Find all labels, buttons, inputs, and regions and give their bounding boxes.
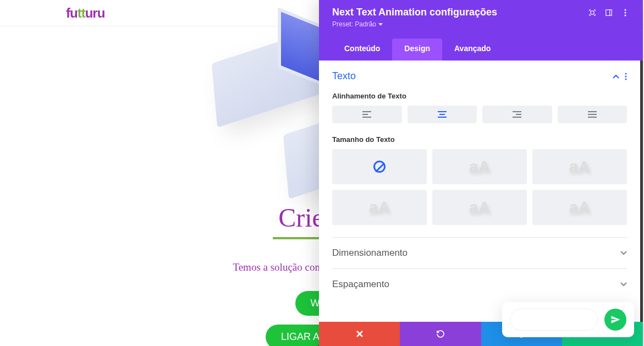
size-thumb: aA <box>469 198 490 217</box>
panel-title: Next Text Animation configurações <box>332 7 497 18</box>
section-title: Texto <box>332 70 356 82</box>
tab-advanced[interactable]: Avançado <box>442 39 503 61</box>
size-option-button[interactable]: aA <box>532 190 627 225</box>
logo-text: fu <box>66 6 78 20</box>
expand-icon[interactable] <box>588 8 597 17</box>
svg-rect-18 <box>588 111 597 112</box>
align-center-button[interactable] <box>408 106 477 123</box>
svg-point-4 <box>625 12 626 13</box>
section-more-icon[interactable] <box>625 73 627 80</box>
size-option-button[interactable]: aA <box>332 190 427 225</box>
svg-point-5 <box>625 14 626 16</box>
section-sizing[interactable]: Dimensionamento <box>332 237 627 268</box>
size-option-button[interactable]: aA <box>532 149 627 184</box>
svg-rect-14 <box>438 117 447 118</box>
size-thumb: aA <box>369 198 390 217</box>
size-thumb: aA <box>569 157 590 176</box>
align-left-button[interactable] <box>332 106 402 123</box>
svg-rect-1 <box>606 9 612 15</box>
svg-rect-17 <box>513 117 521 118</box>
logo-text: tt <box>78 6 85 20</box>
svg-rect-10 <box>362 114 368 115</box>
close-icon <box>356 331 363 337</box>
chat-send-button[interactable] <box>604 309 626 331</box>
align-row <box>332 106 627 123</box>
tab-design[interactable]: Design <box>392 39 442 61</box>
svg-rect-12 <box>438 111 447 112</box>
tab-content[interactable]: Conteúdo <box>332 39 392 61</box>
chevron-down-icon <box>620 251 627 255</box>
section-header-text[interactable]: Texto <box>332 70 627 82</box>
size-option-button[interactable]: aA <box>432 190 527 225</box>
field-label-size: Tamanho do Texto <box>332 135 627 144</box>
panel-body: Texto Alinhamento de Texto Tamanho do Te… <box>319 61 643 322</box>
undo-icon <box>436 329 445 338</box>
svg-rect-13 <box>439 114 445 115</box>
size-option-button[interactable]: aA <box>432 149 527 184</box>
undo-button[interactable] <box>400 322 481 346</box>
size-none-button[interactable] <box>332 149 427 184</box>
chevron-up-icon[interactable] <box>613 74 619 79</box>
panel-header: Next Text Animation configurações Preset… <box>319 0 643 61</box>
close-button[interactable] <box>319 322 400 346</box>
align-justify-button[interactable] <box>558 106 628 123</box>
svg-rect-15 <box>513 111 521 112</box>
field-label-alignment: Alinhamento de Texto <box>332 92 627 100</box>
svg-point-3 <box>625 9 626 10</box>
svg-rect-20 <box>588 117 597 118</box>
align-justify-icon <box>588 111 597 118</box>
svg-point-8 <box>625 78 627 80</box>
chevron-down-icon <box>620 282 627 287</box>
more-icon[interactable] <box>621 8 630 17</box>
size-thumb: aA <box>569 198 590 217</box>
preset-dropdown[interactable]: Preset: Padrão <box>332 20 383 28</box>
chat-widget <box>502 302 634 337</box>
svg-rect-9 <box>362 111 371 112</box>
section-spacing[interactable]: Espaçamento <box>332 268 627 300</box>
panel-tabs: Conteúdo Design Avançado <box>332 39 630 61</box>
settings-panel: Next Text Animation configurações Preset… <box>319 0 643 346</box>
svg-rect-16 <box>516 114 521 115</box>
layout-icon[interactable] <box>604 8 613 17</box>
logo[interactable]: futturu <box>66 6 104 21</box>
section-title: Dimensionamento <box>332 248 408 259</box>
chevron-down-icon <box>378 23 383 26</box>
preset-label: Preset: Padrão <box>332 20 376 28</box>
chat-input[interactable] <box>510 309 598 331</box>
align-center-icon <box>438 111 447 118</box>
svg-point-7 <box>625 75 627 77</box>
send-icon <box>610 315 620 325</box>
none-icon <box>373 161 386 173</box>
section-title: Espaçamento <box>332 279 389 290</box>
svg-rect-11 <box>362 117 371 118</box>
svg-rect-0 <box>591 11 594 14</box>
logo-text: uru <box>85 6 105 20</box>
svg-rect-19 <box>588 114 597 115</box>
align-right-icon <box>513 111 521 118</box>
size-grid: aA aA aA aA aA <box>332 149 627 225</box>
align-right-button[interactable] <box>482 106 552 123</box>
size-thumb: aA <box>469 157 490 176</box>
svg-point-6 <box>625 73 627 74</box>
align-left-icon <box>362 111 371 118</box>
